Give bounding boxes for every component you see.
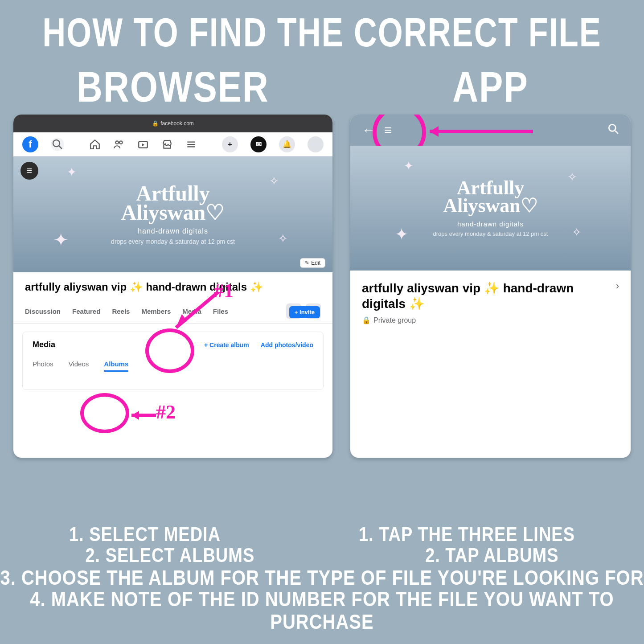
hamburger-icon[interactable]: ≡: [384, 123, 392, 138]
instruction-browser-2: 2. SELECT ALBUMS: [85, 545, 254, 566]
browser-screenshot: 🔒 facebook.com f + ✉ 🔔: [13, 115, 332, 458]
app-screenshot: ← ≡ ✦ ✧ ✦ ✧ Artfully Aliyswan♡: [350, 115, 631, 458]
instruction-4: 4. MAKE NOTE OF THE ID NUMBER FOR THE FI…: [0, 587, 644, 634]
instruction-3: 3. CHOOSE THE ALBUM FOR THE TYPE OF FILE…: [0, 566, 644, 590]
tab-featured[interactable]: Featured: [72, 308, 100, 315]
edit-button[interactable]: ✎ Edit: [300, 258, 325, 268]
notifications-icon[interactable]: 🔔: [279, 136, 295, 152]
profile-avatar-icon[interactable]: [308, 136, 324, 152]
instruction-browser-1: 1. SELECT MEDIA: [69, 524, 221, 546]
subtab-photos[interactable]: Photos: [33, 360, 53, 372]
invite-button[interactable]: + Invite: [289, 306, 320, 318]
cover-script1: Artfully: [136, 184, 209, 203]
group-tabs: Discussion Featured Reels Members Media …: [13, 297, 332, 324]
tab-media[interactable]: Media: [182, 308, 201, 315]
app-top-bar: ← ≡: [350, 115, 631, 146]
app-cover-sub2: drops every monday & saturday at 12 pm c…: [433, 230, 548, 237]
plus-icon[interactable]: +: [222, 136, 238, 152]
tab-discussion[interactable]: Discussion: [25, 308, 61, 315]
svg-point-3: [119, 141, 123, 144]
tab-files[interactable]: Files: [213, 308, 228, 315]
svg-point-0: [53, 140, 60, 147]
app-cover: ✦ ✧ ✦ ✧ Artfully Aliyswan♡ hand-drawn di…: [350, 146, 631, 271]
app-heading: APP: [452, 63, 529, 112]
annotation-label-2: #2: [156, 401, 176, 423]
add-photos-link[interactable]: Add photos/video: [261, 341, 313, 349]
subtab-albums[interactable]: Albums: [104, 360, 128, 372]
marketplace-icon[interactable]: [161, 139, 173, 150]
tab-members[interactable]: Members: [141, 308, 171, 315]
back-icon[interactable]: ←: [362, 123, 375, 138]
instruction-app-2: 2. TAP ALBUMS: [425, 545, 558, 566]
annotation-arrow-2: [125, 406, 160, 424]
media-subtabs: Photos Videos Albums: [33, 360, 313, 372]
facebook-logo-icon[interactable]: f: [22, 136, 38, 152]
svg-line-15: [615, 131, 618, 134]
svg-point-14: [609, 124, 615, 131]
subtab-videos[interactable]: Videos: [69, 360, 89, 372]
cover-sub: hand-drawn digitals: [138, 227, 208, 235]
lock-icon: 🔒: [362, 316, 371, 324]
browser-url-bar: 🔒 facebook.com: [13, 115, 332, 132]
fb-top-nav: f + ✉ 🔔: [13, 132, 332, 156]
annotation-circle-2: [80, 393, 129, 433]
cover-script2: Aliyswan♡: [121, 203, 225, 222]
search-icon[interactable]: [51, 138, 64, 151]
cover-sub2: drops every monday & saturday at 12 pm c…: [111, 238, 235, 245]
group-cover: ≡ ✦ ✧ ✦ ✧ Artfully Aliyswan♡ hand-drawn …: [13, 156, 332, 272]
app-cover-sub: hand-drawn digitals: [457, 220, 524, 228]
svg-point-2: [115, 141, 119, 144]
messenger-icon[interactable]: ✉: [250, 136, 267, 152]
svg-marker-13: [131, 411, 139, 420]
svg-line-1: [59, 146, 62, 148]
watch-icon[interactable]: [137, 139, 149, 150]
tab-reels[interactable]: Reels: [112, 308, 130, 315]
app-search-icon[interactable]: [607, 123, 619, 138]
app-private-label: 🔒 Private group: [362, 316, 619, 324]
home-icon[interactable]: [89, 139, 101, 150]
svg-marker-17: [430, 126, 439, 137]
chevron-right-icon[interactable]: ›: [616, 280, 619, 292]
create-album-link[interactable]: + Create album: [204, 341, 249, 349]
app-cover-script2: Aliyswan♡: [443, 197, 538, 215]
cover-menu-icon[interactable]: ≡: [21, 162, 38, 180]
media-heading: Media: [33, 340, 55, 349]
app-group-name[interactable]: artfully aliyswan vip ✨ hand-drawn digit…: [362, 280, 613, 312]
menu-icon[interactable]: [185, 139, 197, 150]
instructions: 1. SELECT MEDIA 1. TAP THE THREE LINES 2…: [0, 525, 644, 631]
main-title: HOW TO FIND THE CORRECT FILE: [0, 0, 644, 55]
browser-heading: BROWSER: [77, 63, 269, 112]
media-card: Media + Create album Add photos/video Ph…: [22, 332, 324, 390]
annotation-arrow-app: [422, 123, 537, 140]
friends-icon[interactable]: [113, 139, 125, 150]
group-name[interactable]: artfully aliyswan vip ✨ hand-drawn digit…: [25, 280, 321, 294]
browser-url: facebook.com: [160, 120, 194, 127]
lock-icon: 🔒: [152, 120, 159, 127]
instruction-app-1: 1. TAP THE THREE LINES: [359, 524, 575, 546]
